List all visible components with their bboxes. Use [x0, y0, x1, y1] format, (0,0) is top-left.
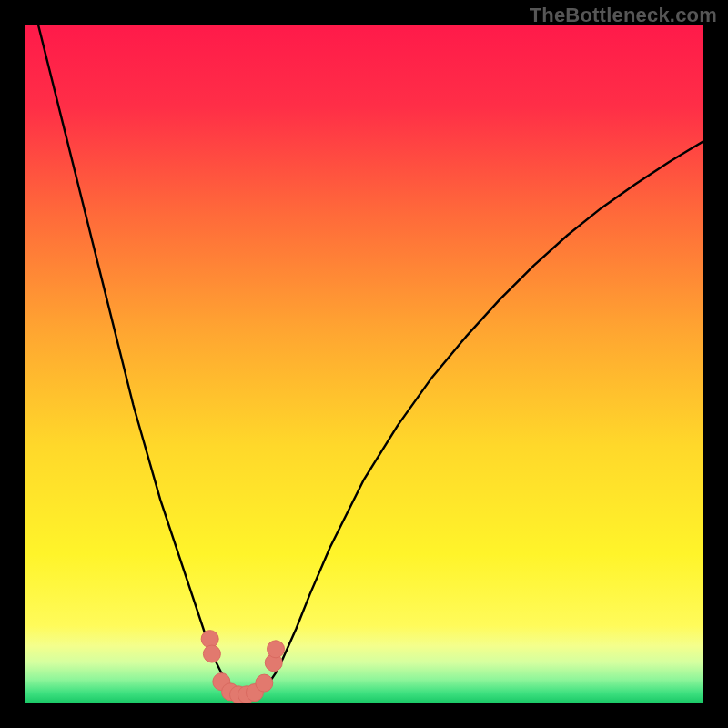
- gradient-background: [25, 25, 703, 703]
- data-marker: [268, 641, 285, 658]
- data-marker: [256, 674, 273, 692]
- bottleneck-chart: [25, 25, 703, 703]
- watermark-text: TheBottleneck.com: [530, 4, 717, 27]
- data-marker: [201, 631, 218, 648]
- chart-frame: TheBottleneck.com: [0, 0, 728, 728]
- data-marker: [203, 645, 220, 662]
- plot-area: [25, 25, 703, 703]
